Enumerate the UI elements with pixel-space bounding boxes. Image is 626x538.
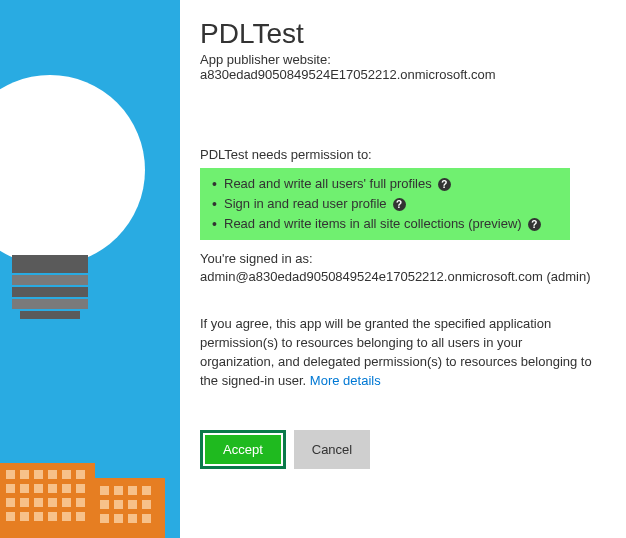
svg-rect-19 <box>76 484 85 493</box>
svg-rect-13 <box>76 470 85 479</box>
svg-rect-37 <box>114 500 123 509</box>
svg-rect-30 <box>62 512 71 521</box>
svg-rect-10 <box>34 470 43 479</box>
svg-rect-12 <box>62 470 71 479</box>
buildings-icon <box>0 458 180 538</box>
svg-point-0 <box>0 75 145 265</box>
svg-rect-43 <box>142 514 151 523</box>
consent-panel: PDLTest App publisher website: a830edad9… <box>200 18 610 469</box>
permissions-heading: PDLTest needs permission to: <box>200 147 610 162</box>
lightbulb-icon <box>0 60 180 380</box>
svg-rect-32 <box>100 486 109 495</box>
decorative-sidebar <box>0 0 180 538</box>
svg-rect-39 <box>142 500 151 509</box>
svg-rect-29 <box>48 512 57 521</box>
svg-rect-16 <box>34 484 43 493</box>
svg-rect-11 <box>48 470 57 479</box>
more-details-link[interactable]: More details <box>310 373 381 388</box>
permission-item: Read and write all users' full profiles? <box>224 174 562 194</box>
svg-rect-17 <box>48 484 57 493</box>
svg-rect-36 <box>100 500 109 509</box>
svg-rect-24 <box>62 498 71 507</box>
signed-in-label: You're signed in as: <box>200 250 610 268</box>
permission-item: Read and write items in all site collect… <box>224 214 562 234</box>
cancel-button[interactable]: Cancel <box>294 430 370 469</box>
svg-rect-20 <box>6 498 15 507</box>
app-title: PDLTest <box>200 18 610 50</box>
help-icon[interactable]: ? <box>438 178 451 191</box>
svg-rect-14 <box>6 484 15 493</box>
svg-rect-3 <box>12 287 88 297</box>
svg-rect-27 <box>20 512 29 521</box>
svg-rect-33 <box>114 486 123 495</box>
svg-rect-42 <box>128 514 137 523</box>
svg-rect-23 <box>48 498 57 507</box>
svg-rect-31 <box>76 512 85 521</box>
svg-rect-5 <box>20 311 80 319</box>
svg-rect-8 <box>6 470 15 479</box>
svg-rect-15 <box>20 484 29 493</box>
svg-rect-4 <box>12 299 88 309</box>
svg-rect-22 <box>34 498 43 507</box>
help-icon[interactable]: ? <box>393 198 406 211</box>
svg-rect-2 <box>12 275 88 285</box>
svg-rect-41 <box>114 514 123 523</box>
svg-rect-18 <box>62 484 71 493</box>
svg-rect-25 <box>76 498 85 507</box>
svg-rect-26 <box>6 512 15 521</box>
button-row: Accept Cancel <box>200 430 610 469</box>
svg-rect-35 <box>142 486 151 495</box>
agreement-text: If you agree, this app will be granted t… <box>200 314 595 390</box>
svg-rect-9 <box>20 470 29 479</box>
svg-rect-28 <box>34 512 43 521</box>
publisher-label: App publisher website: <box>200 52 610 67</box>
signed-in-block: You're signed in as: admin@a830edad90508… <box>200 250 610 286</box>
help-icon[interactable]: ? <box>528 218 541 231</box>
permission-item: Sign in and read user profile? <box>224 194 562 214</box>
svg-rect-34 <box>128 486 137 495</box>
svg-rect-21 <box>20 498 29 507</box>
signed-in-value: admin@a830edad9050849524e17052212.onmicr… <box>200 268 610 286</box>
accept-button[interactable]: Accept <box>205 435 281 464</box>
svg-rect-1 <box>12 255 88 273</box>
accept-highlight: Accept <box>200 430 286 469</box>
publisher-value: a830edad9050849524E17052212.onmicrosoft.… <box>200 67 610 82</box>
svg-rect-38 <box>128 500 137 509</box>
permissions-list: Read and write all users' full profiles?… <box>200 168 570 240</box>
svg-rect-40 <box>100 514 109 523</box>
